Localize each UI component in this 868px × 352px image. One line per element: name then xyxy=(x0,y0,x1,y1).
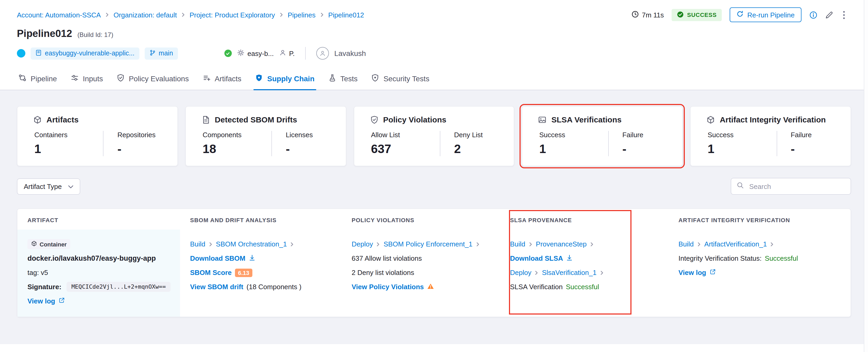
step-link[interactable]: ArtifactVerification_1 xyxy=(704,240,767,248)
stat-value: 1 xyxy=(34,142,103,156)
flask-icon xyxy=(328,74,336,83)
card-policy-violations: Policy Violations Allow List 637 Deny Li… xyxy=(353,106,515,166)
tab-inputs[interactable]: Inputs xyxy=(64,67,110,90)
integrity-status-line: Integrity Verification Status: Successfu… xyxy=(678,251,841,265)
repo-chip[interactable]: easybuggy-vulnerable-applic... xyxy=(31,47,139,59)
branch-chip[interactable]: main xyxy=(145,47,178,59)
user-avatar[interactable] xyxy=(316,47,329,60)
more-options-icon[interactable] xyxy=(841,10,847,20)
chevron-right-icon xyxy=(290,242,294,246)
stat-value: 18 xyxy=(203,142,272,156)
download-sbom-line: Download SBOM xyxy=(190,251,332,265)
approval-status-icon xyxy=(224,50,231,57)
card-artifact-integrity: Artifact Integrity Verification Success … xyxy=(690,106,851,166)
card-artifacts: Artifacts Containers 1 Repositories - xyxy=(17,106,178,166)
slsa-status-label: SLSA Verification xyxy=(510,283,563,291)
breadcrumb-pipelines[interactable]: Pipelines xyxy=(288,11,316,19)
artifact-type-line: Container xyxy=(27,237,170,251)
download-sbom-link[interactable]: Download SBOM xyxy=(190,254,245,262)
rerun-pipeline-button[interactable]: Re-run Pipeline xyxy=(730,7,802,22)
sbom-score-link[interactable]: SBOM Score xyxy=(190,268,232,277)
breadcrumb-pipeline012[interactable]: Pipeline012 xyxy=(328,11,364,19)
stat-label: Containers xyxy=(34,131,103,139)
step-link[interactable]: ProvenanceStep xyxy=(536,240,587,248)
document-icon xyxy=(202,115,210,124)
view-log-link[interactable]: View log xyxy=(27,297,55,305)
breadcrumb-account[interactable]: Account: Automation-SSCA xyxy=(17,11,101,19)
service-item[interactable]: easy-b... xyxy=(237,49,274,58)
card-slsa-verifications: SLSA Verifications Success 1 Failure - xyxy=(522,106,683,166)
policy-cell: Deploy SBOM Policy Enforcement_1 637 All… xyxy=(342,230,500,317)
view-sbom-drift-link[interactable]: View SBOM drift xyxy=(190,283,243,291)
step-link[interactable]: SlsaVerification_1 xyxy=(542,268,597,277)
artifacts-table: ARTIFACT SBOM AND DRIFT ANALYSIS POLICY … xyxy=(17,209,851,317)
stat-value: - xyxy=(118,142,177,156)
view-log-link[interactable]: View log xyxy=(678,268,706,277)
chevron-right-icon xyxy=(770,242,774,246)
chevron-right-icon xyxy=(534,270,539,275)
git-branch-icon xyxy=(149,49,155,57)
search-input[interactable] xyxy=(748,182,845,191)
stage-link[interactable]: Deploy xyxy=(352,240,373,248)
tab-label: Tests xyxy=(340,74,358,83)
stat-value: 2 xyxy=(454,142,514,156)
cube-icon xyxy=(33,115,42,124)
artifact-signature-line: Signature: MEQCICde2Vjl...L+2+mqnOXw== xyxy=(27,280,170,294)
card-col: Licenses - xyxy=(271,131,346,156)
breadcrumb-row: Account: Automation-SSCA Organization: d… xyxy=(17,7,847,22)
deny-list-violations: 2 Deny list violations xyxy=(352,265,491,280)
card-col: Components 18 xyxy=(186,131,272,156)
info-icon[interactable] xyxy=(809,11,817,19)
stage-link[interactable]: Build xyxy=(678,240,694,248)
stage-link[interactable]: Deploy xyxy=(510,268,531,277)
stat-label: Allow List xyxy=(371,131,440,139)
card-col: Failure - xyxy=(608,131,682,156)
shield-icon xyxy=(255,74,263,83)
artifact-type-dropdown[interactable]: Artifact Type xyxy=(17,178,80,194)
pipeline-tabs: Pipeline Inputs Policy Evaluations Artif… xyxy=(0,67,868,90)
chevron-right-icon xyxy=(476,242,480,246)
tab-tests[interactable]: Tests xyxy=(321,67,364,90)
search-icon xyxy=(737,182,744,191)
tab-supply-chain[interactable]: Supply Chain xyxy=(248,67,321,90)
supply-chain-content: Artifacts Containers 1 Repositories - xyxy=(0,90,868,344)
stat-label: Success xyxy=(708,131,776,139)
status-badge: SUCCESS xyxy=(672,9,722,21)
table-row: Container docker.io/lavakush07/easy-bugg… xyxy=(18,230,850,317)
card-sbom-drifts: Detected SBOM Drifts Components 18 Licen… xyxy=(185,106,346,166)
edit-pencil-icon[interactable] xyxy=(825,11,833,19)
tab-label: Policy Evaluations xyxy=(129,74,189,83)
chevron-right-icon xyxy=(697,242,701,246)
list-plus-icon xyxy=(203,74,210,83)
propagated-item[interactable]: P. xyxy=(279,49,294,58)
step-link[interactable]: SBOM Orchestration_1 xyxy=(216,240,287,248)
stat-label: Licenses xyxy=(286,131,346,139)
view-policy-violations-link[interactable]: View Policy Violations xyxy=(352,283,424,291)
tab-artifacts[interactable]: Artifacts xyxy=(196,67,248,90)
stat-label: Failure xyxy=(622,131,682,139)
right-edge-divider xyxy=(864,0,868,352)
check-circle-icon xyxy=(677,11,684,19)
card-col: Failure - xyxy=(776,131,850,156)
tab-label: Pipeline xyxy=(31,74,57,83)
tab-pipeline[interactable]: Pipeline xyxy=(11,67,64,90)
chevron-right-icon xyxy=(528,242,533,246)
breadcrumb-organization[interactable]: Organization: default xyxy=(114,11,177,19)
stat-label: Failure xyxy=(790,131,850,139)
pipeline-icon xyxy=(19,74,26,83)
card-col: Allow List 637 xyxy=(354,131,440,156)
tab-policy-evaluations[interactable]: Policy Evaluations xyxy=(110,67,196,90)
gear-icon xyxy=(237,49,244,58)
stage-link[interactable]: Build xyxy=(190,240,206,248)
service-name: easy-b... xyxy=(247,49,274,57)
search-box xyxy=(731,178,851,195)
column-header-artifact: ARTIFACT xyxy=(18,209,180,230)
tab-security-tests[interactable]: Security Tests xyxy=(365,67,436,90)
download-slsa-link[interactable]: Download SLSA xyxy=(510,254,563,262)
page-header: Account: Automation-SSCA Organization: d… xyxy=(0,0,868,67)
stage-link[interactable]: Build xyxy=(510,240,525,248)
step-link[interactable]: SBOM Policy Enforcement_1 xyxy=(383,240,472,248)
sbom-score-line: SBOM Score 6.13 xyxy=(190,265,332,280)
breadcrumb-project[interactable]: Project: Product Exploratory xyxy=(190,11,275,19)
sbom-step-line: Build SBOM Orchestration_1 xyxy=(190,237,332,251)
